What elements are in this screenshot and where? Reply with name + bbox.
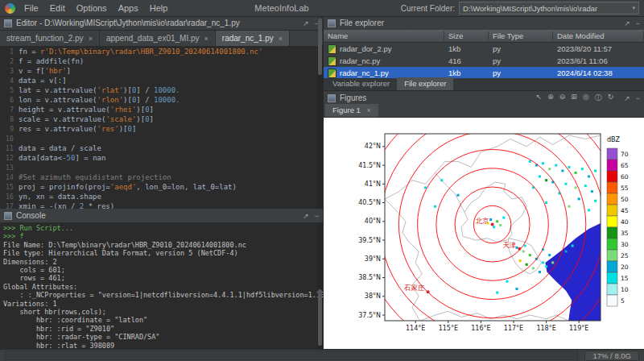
column-header[interactable]: Date Modified bbox=[553, 31, 644, 40]
zoom-in-icon[interactable]: ⊕ bbox=[547, 93, 554, 103]
close-icon[interactable]: × bbox=[204, 35, 208, 43]
svg-text:114°E: 114°E bbox=[406, 325, 425, 332]
column-header[interactable]: Name bbox=[324, 31, 444, 40]
explorer-dock-tabs: Variable explorerFile explorer bbox=[324, 78, 644, 91]
full-extent-icon[interactable]: ◎ bbox=[583, 93, 589, 103]
code-line: 9res = v.attrvalue('res')[0] bbox=[0, 124, 323, 134]
code-line: 5lat = v.attrvalue('rlat')[0] / 10000. bbox=[0, 85, 323, 95]
svg-text:119°E: 119°E bbox=[569, 325, 588, 332]
code-line: 8scale = v.attrvalue('scale')[0] bbox=[0, 114, 323, 124]
zoom-out-icon[interactable]: ⊖ bbox=[559, 93, 566, 103]
svg-text:42°N: 42°N bbox=[365, 143, 381, 150]
console-line: >>> f bbox=[3, 232, 323, 240]
menu-options[interactable]: Options bbox=[71, 2, 113, 15]
code-line: 2f = addfile(fn) bbox=[0, 56, 323, 66]
figure-canvas[interactable]: 北京天津石家庄114°E115°E116°E117°E118°E119°E42°… bbox=[324, 118, 644, 349]
svg-text:20: 20 bbox=[621, 263, 629, 271]
editor-scrollbar[interactable] bbox=[317, 16, 323, 209]
svg-text:天津: 天津 bbox=[502, 241, 516, 249]
editor-title: Editor - D:\Working\MIScript\Jython\mis\… bbox=[16, 19, 240, 27]
figure-tabbar: Figure 1 × bbox=[324, 105, 644, 118]
file-explorer-header: File explorer ↗ − bbox=[324, 16, 644, 31]
column-header[interactable]: Size bbox=[444, 31, 489, 40]
svg-text:41.5°N: 41.5°N bbox=[358, 162, 381, 169]
code-line: 13 bbox=[0, 163, 323, 172]
minimize-icon[interactable]: − bbox=[636, 94, 640, 102]
svg-text:117°E: 117°E bbox=[504, 325, 523, 332]
svg-text:41°N: 41°N bbox=[365, 180, 381, 188]
svg-text:38°N: 38°N bbox=[365, 293, 381, 300]
pan-icon[interactable]: ⊞ bbox=[571, 93, 577, 103]
table-row[interactable]: radar_nc_1.py1kbpy2024/6/14 02:38 bbox=[324, 67, 644, 78]
table-row[interactable]: radar_nc.py416py2023/6/1 11:06 bbox=[324, 55, 644, 67]
code-line: 6lon = v.attrvalue('rlon')[0] / 10000. bbox=[0, 95, 323, 105]
current-folder-combo[interactable]: D:\Working\MIScript\Jython\mis\io\radar … bbox=[459, 2, 639, 15]
py-file-icon bbox=[328, 68, 336, 78]
close-icon[interactable]: × bbox=[89, 35, 93, 43]
svg-text:25: 25 bbox=[621, 252, 629, 259]
svg-text:40: 40 bbox=[621, 218, 629, 226]
colorbar: dBZ706560555045403530252015105 bbox=[607, 136, 629, 306]
editor-tab[interactable]: append_data_ex01_MI.py× bbox=[100, 31, 216, 46]
editor-tab[interactable]: radar_nc_1.py× bbox=[216, 31, 290, 46]
file-table-header[interactable]: NameSizeFile TypeDate Modified bbox=[324, 30, 644, 43]
file-explorer-title: File explorer bbox=[340, 19, 384, 27]
current-folder-value: D:\Working\MIScript\Jython\mis\io\radar bbox=[463, 4, 597, 13]
status-bar: 17% / 8.0G bbox=[0, 349, 644, 361]
svg-text:北京: 北京 bbox=[476, 217, 490, 225]
dock-tab-file-explorer[interactable]: File explorer bbox=[397, 77, 453, 90]
code-line: 10 bbox=[0, 134, 323, 143]
console-scrollbar[interactable] bbox=[317, 222, 323, 349]
menu-bar: FileEditOptionsAppsHelp MeteoInfoLab Cur… bbox=[0, 0, 644, 17]
menu-file[interactable]: File bbox=[19, 2, 44, 15]
svg-text:116°E: 116°E bbox=[471, 325, 490, 332]
menu-items: FileEditOptionsAppsHelp bbox=[19, 2, 173, 15]
table-row[interactable]: radar_dor_2.py1kbpy2023/8/20 11:57 bbox=[324, 43, 644, 55]
select-arrow-icon[interactable]: ↖ bbox=[536, 93, 543, 103]
app-logo-icon bbox=[5, 3, 15, 14]
code-line: 12data[data<-50] = nan bbox=[0, 153, 323, 163]
right-column: File explorer ↗ − NameSizeFile TypeDate … bbox=[324, 16, 644, 349]
close-icon[interactable]: × bbox=[367, 106, 371, 114]
menu-edit[interactable]: Edit bbox=[44, 2, 71, 15]
column-header[interactable]: File Type bbox=[489, 31, 553, 40]
chevron-down-icon[interactable]: ▾ bbox=[629, 5, 635, 11]
float-icon[interactable]: ↗ bbox=[303, 212, 309, 220]
figures-title: Figures bbox=[340, 93, 366, 102]
dock-tab-variable-explorer[interactable]: Variable explorer bbox=[325, 77, 397, 90]
menu-help[interactable]: Help bbox=[144, 2, 174, 15]
editor-tab[interactable]: stream_function_2.py× bbox=[0, 31, 100, 46]
code-line: 1fn = r'D:\Temp\binary\radar\HBR_Z9010_2… bbox=[0, 47, 323, 56]
minimize-icon[interactable]: − bbox=[315, 212, 319, 220]
svg-text:10: 10 bbox=[621, 286, 629, 293]
console-line: hbr: :coordinate = "latlon" bbox=[3, 316, 323, 324]
panel-icon bbox=[4, 212, 12, 220]
float-icon[interactable]: ↗ bbox=[624, 19, 630, 27]
svg-text:40.5°N: 40.5°N bbox=[358, 199, 381, 206]
py-file-icon bbox=[328, 56, 336, 66]
svg-text:70: 70 bbox=[621, 151, 629, 158]
code-editor[interactable]: 1fn = r'D:\Temp\binary\radar\HBR_Z9010_2… bbox=[0, 46, 323, 209]
memory-indicator[interactable]: 17% / 8.0G bbox=[584, 351, 639, 361]
svg-text:60: 60 bbox=[621, 173, 629, 180]
float-icon[interactable]: ↗ bbox=[624, 94, 630, 102]
identify-icon[interactable]: ⓘ bbox=[595, 93, 602, 103]
console-line: >>> Run Script... bbox=[3, 224, 323, 232]
svg-text:65: 65 bbox=[621, 162, 629, 169]
menu-apps[interactable]: Apps bbox=[113, 2, 144, 15]
code-line: 11data = data / scale bbox=[0, 143, 323, 153]
code-line: 16yn, xn = data.shape bbox=[0, 192, 323, 201]
float-icon[interactable]: ↗ bbox=[303, 19, 309, 27]
minimize-icon[interactable]: − bbox=[636, 19, 640, 27]
console-line: File type: Hierarchical Data Format, ver… bbox=[3, 249, 323, 257]
code-line: 17xmin = -(xn / 2 * res) bbox=[0, 201, 323, 209]
figure-tab[interactable]: Figure 1 × bbox=[325, 104, 378, 117]
console-line: File Name: D:\Temp\binary\radar\HBR_Z901… bbox=[3, 241, 323, 249]
rotate-icon[interactable]: ↻ bbox=[608, 93, 614, 103]
panel-icon bbox=[4, 19, 12, 27]
close-icon[interactable]: × bbox=[279, 35, 283, 43]
editor-tabbar: stream_function_2.py×append_data_ex01_MI… bbox=[0, 31, 323, 47]
console-output[interactable]: >>> Run Script...>>> fFile Name: D:\Temp… bbox=[0, 222, 323, 349]
editor-header: Editor - D:\Working\MIScript\Jython\mis\… bbox=[0, 16, 323, 31]
svg-text:50: 50 bbox=[621, 196, 629, 203]
